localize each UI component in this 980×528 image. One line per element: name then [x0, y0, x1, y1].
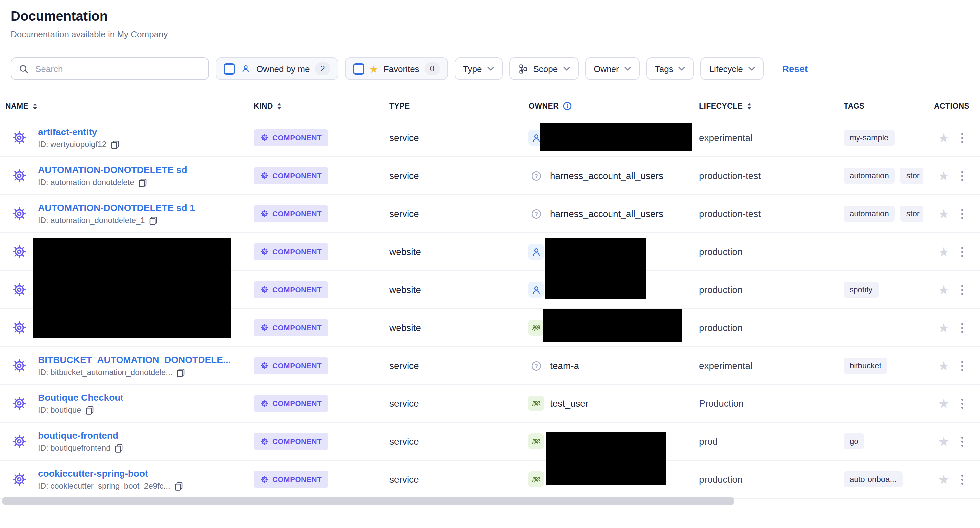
type-cell: website: [390, 247, 524, 257]
kebab-menu-button[interactable]: [960, 245, 965, 258]
search-icon: [19, 64, 29, 73]
kebab-menu-button[interactable]: [960, 473, 965, 486]
tag-pill[interactable]: auto-onboa...: [843, 471, 902, 487]
favorite-star-button[interactable]: [938, 245, 950, 258]
kebab-menu-button[interactable]: [960, 132, 965, 144]
owner-filter-dropdown[interactable]: Owner: [585, 57, 640, 80]
kebab-menu-button[interactable]: [960, 397, 965, 410]
search-input[interactable]: [34, 63, 201, 74]
favorite-star-button[interactable]: [938, 207, 950, 220]
owner-name: test_user: [550, 398, 588, 409]
sort-icon[interactable]: [277, 102, 282, 110]
kind-badge: COMPONENT: [254, 281, 328, 298]
type-filter-label: Type: [463, 64, 482, 73]
lifecycle-cell: production: [699, 284, 843, 295]
type-cell: website: [390, 322, 524, 333]
owner-cell: harness_account_all_users: [524, 168, 699, 184]
kind-badge: COMPONENT: [254, 319, 328, 336]
name-cell: boutique-frontend ID: boutiquefrontend: [0, 423, 242, 460]
actions-cell: [923, 195, 980, 232]
chevron-down-icon: [625, 67, 631, 71]
tag-pill[interactable]: stor: [900, 168, 926, 184]
copy-icon[interactable]: [85, 406, 94, 415]
kind-badge: COMPONENT: [254, 243, 328, 260]
type-cell: service: [390, 398, 524, 409]
favorite-star-button[interactable]: [938, 359, 950, 372]
favorite-star-button[interactable]: [938, 435, 950, 448]
group-icon: [528, 433, 544, 449]
favorites-count: 0: [425, 62, 440, 75]
entity-name-link[interactable]: AUTOMATION-DONOTDELETE sd 1: [38, 202, 195, 213]
favorites-star-icon: [369, 64, 379, 73]
reset-filters-link[interactable]: Reset: [782, 63, 808, 74]
tag-pill[interactable]: spotify: [843, 281, 878, 297]
copy-icon[interactable]: [138, 178, 147, 187]
favorites-checkbox[interactable]: [353, 63, 364, 74]
kebab-menu-button[interactable]: [960, 359, 965, 372]
tag-pill[interactable]: my-sample: [843, 130, 894, 146]
column-header-lifecycle[interactable]: LIFECYCLE: [699, 93, 843, 119]
catalog-table: NAME KIND TYPE OWNER LIFECYCLE TAGS: [0, 93, 980, 499]
entity-id: ID: boutique: [38, 406, 124, 415]
kind-cell: COMPONENT: [242, 167, 390, 184]
name-cell: cookiecutter-spring-boot ID: cookiecutte…: [0, 461, 242, 498]
copy-icon[interactable]: [177, 368, 185, 377]
tag-pill[interactable]: bitbucket: [843, 358, 888, 374]
component-gear-icon: [260, 286, 268, 294]
question-icon: [528, 358, 544, 374]
owned-by-me-checkbox[interactable]: [224, 63, 235, 74]
component-gear-icon: [12, 282, 27, 297]
owned-by-me-filter-chip[interactable]: Owned by me 2: [216, 57, 338, 80]
entity-name-link[interactable]: AUTOMATION-DONOTDELETE sd: [38, 164, 188, 175]
tags-filter-dropdown[interactable]: Tags: [646, 57, 694, 80]
redaction-box: [545, 239, 646, 299]
kebab-menu-button[interactable]: [960, 207, 965, 220]
favorite-star-button[interactable]: [938, 321, 950, 334]
lifecycle-cell: production-test: [699, 208, 843, 219]
person-icon: [240, 63, 251, 74]
kind-badge: COMPONENT: [254, 129, 328, 146]
favorite-star-button[interactable]: [938, 283, 950, 296]
copy-icon[interactable]: [110, 140, 119, 149]
kebab-menu-button[interactable]: [960, 321, 965, 334]
scope-filter-dropdown[interactable]: Scope: [509, 57, 578, 80]
entity-name-link[interactable]: cookiecutter-spring-boot: [38, 468, 183, 479]
tag-pill[interactable]: automation: [843, 206, 895, 222]
sort-icon[interactable]: [32, 102, 37, 110]
tag-pill[interactable]: automation: [843, 168, 895, 184]
copy-icon[interactable]: [174, 482, 183, 490]
tag-pill[interactable]: go: [843, 433, 864, 449]
sort-icon[interactable]: [747, 102, 751, 110]
tag-pill[interactable]: stor: [900, 206, 926, 222]
entity-name-link[interactable]: Boutique Checkout: [38, 392, 124, 403]
entity-name-link[interactable]: BITBUCKET_AUTOMATION_DONOTDELE...: [38, 354, 231, 365]
kebab-menu-button[interactable]: [960, 435, 965, 448]
favorite-star-button[interactable]: [938, 397, 950, 410]
lifecycle-filter-dropdown[interactable]: Lifecycle: [701, 57, 764, 80]
type-cell: service: [390, 170, 524, 181]
column-header-name[interactable]: NAME: [0, 93, 242, 119]
search-box[interactable]: [11, 57, 209, 80]
copy-icon[interactable]: [149, 216, 158, 225]
entity-name-link[interactable]: boutique-frontend: [38, 430, 123, 441]
kind-badge: COMPONENT: [254, 433, 328, 450]
chevron-down-icon: [563, 67, 570, 71]
column-header-kind[interactable]: KIND: [242, 93, 390, 119]
entity-id: ID: wertyuiopoigf12: [38, 140, 119, 149]
favorite-star-button[interactable]: [938, 169, 950, 182]
entity-name-link[interactable]: artifact-entity: [38, 127, 119, 137]
favorites-filter-chip[interactable]: Favorites 0: [345, 57, 448, 80]
kebab-menu-button[interactable]: [960, 169, 965, 182]
type-filter-dropdown[interactable]: Type: [454, 57, 502, 80]
favorite-star-button[interactable]: [938, 473, 950, 486]
copy-icon[interactable]: [115, 444, 123, 452]
kind-cell: COMPONENT: [242, 129, 390, 146]
chevron-down-icon: [748, 67, 755, 71]
horizontal-scrollbar-thumb[interactable]: [2, 497, 734, 505]
favorite-star-button[interactable]: [938, 132, 950, 144]
kebab-menu-button[interactable]: [960, 283, 965, 296]
column-header-owner: OWNER: [524, 93, 699, 119]
filter-bar: Owned by me 2 Favorites 0 Type Scope: [0, 49, 980, 88]
info-icon[interactable]: [563, 101, 572, 111]
name-cell: AUTOMATION-DONOTDELETE sd ID: automation…: [0, 157, 242, 194]
